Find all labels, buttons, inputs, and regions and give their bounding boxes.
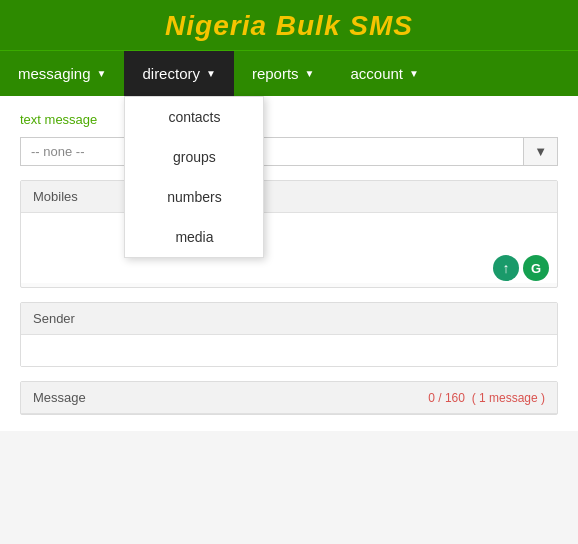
mobiles-textarea-wrap: ↑ G — [21, 213, 557, 287]
chevron-down-icon: ▼ — [206, 68, 216, 79]
nav-account[interactable]: account ▼ — [332, 51, 436, 96]
nav-messaging-label: messaging — [18, 65, 91, 82]
message-header: Message 0 / 160 ( 1 message ) — [21, 382, 557, 414]
message-box: Message 0 / 160 ( 1 message ) — [20, 381, 558, 415]
select-dropdown-arrow[interactable]: ▼ — [524, 137, 558, 166]
mobiles-label: Mobiles — [21, 181, 557, 213]
dropdown-media[interactable]: media — [125, 217, 263, 257]
section-label: text message — [20, 112, 558, 127]
mobiles-textarea[interactable] — [21, 213, 557, 283]
nav-reports-label: reports — [252, 65, 299, 82]
nav-directory-label: directory — [142, 65, 200, 82]
dropdown-groups[interactable]: groups — [125, 137, 263, 177]
directory-dropdown: contacts groups numbers media — [124, 96, 264, 258]
textarea-icon-group: ↑ G — [493, 255, 549, 281]
nav-account-label: account — [350, 65, 403, 82]
nav-bar: messaging ▼ directory ▼ contacts groups … — [0, 50, 578, 96]
dropdown-numbers[interactable]: numbers — [125, 177, 263, 217]
grammarly-icon[interactable]: G — [523, 255, 549, 281]
sender-input[interactable] — [21, 335, 557, 366]
app-title: Nigeria Bulk SMS — [0, 10, 578, 42]
group-select[interactable]: -- none -- — [20, 137, 524, 166]
select-row: -- none -- ▼ — [20, 137, 558, 166]
nav-messaging[interactable]: messaging ▼ — [0, 51, 124, 96]
upload-contacts-icon[interactable]: ↑ — [493, 255, 519, 281]
message-count: 0 / 160 ( 1 message ) — [428, 391, 545, 405]
chevron-down-icon: ▼ — [97, 68, 107, 79]
sender-label: Sender — [21, 303, 557, 335]
chevron-down-icon: ▼ — [409, 68, 419, 79]
message-label: Message — [33, 390, 86, 405]
mobiles-box: Mobiles ↑ G — [20, 180, 558, 288]
sender-box: Sender — [20, 302, 558, 367]
dropdown-contacts[interactable]: contacts — [125, 97, 263, 137]
main-content: text message -- none -- ▼ Mobiles ↑ G Se… — [0, 96, 578, 431]
chevron-down-icon: ▼ — [305, 68, 315, 79]
nav-directory[interactable]: directory ▼ contacts groups numbers medi… — [124, 51, 233, 96]
nav-reports[interactable]: reports ▼ — [234, 51, 333, 96]
logo-bar: Nigeria Bulk SMS — [0, 0, 578, 50]
